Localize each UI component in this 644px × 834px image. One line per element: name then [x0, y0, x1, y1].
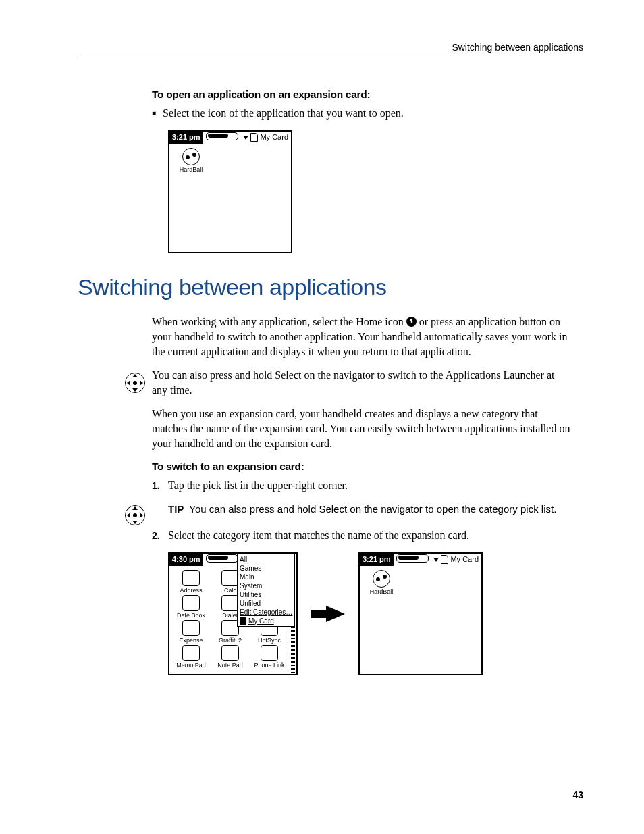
phonelink-icon: [261, 645, 278, 661]
navigator-icon: [125, 373, 145, 397]
section-p3: When you use an expansion card, your han…: [152, 407, 570, 450]
dd-main[interactable]: Main: [240, 573, 292, 581]
dd-unfiled[interactable]: Unfiled: [240, 599, 292, 608]
tip-label: TIP: [168, 503, 184, 515]
device1-category-label: My Card: [260, 132, 288, 142]
hardball-icon: [182, 148, 200, 165]
app-notepad[interactable]: Note Pad: [211, 645, 249, 669]
hardball-icon: [373, 570, 390, 588]
expense-icon: [182, 620, 200, 636]
card-icon: [240, 617, 246, 625]
tip-block: TIPYou can also press and hold Select on…: [168, 502, 570, 516]
dd-utilities[interactable]: Utilities: [240, 590, 292, 599]
navigator-icon: [125, 505, 145, 529]
home-icon: [406, 317, 417, 327]
dd-all[interactable]: All: [240, 555, 292, 564]
device1-category-pick[interactable]: My Card: [243, 132, 291, 142]
app-phonelink[interactable]: Phone Link: [250, 645, 288, 669]
procedure-1-title: To open an application on an expansion c…: [152, 88, 570, 102]
app-hardball[interactable]: HardBall: [172, 148, 210, 173]
section-p1: When working with any application, selec…: [152, 315, 570, 359]
card-slot-icon: [206, 554, 238, 565]
category-dropdown[interactable]: All Games Main System Utilities Unfiled …: [237, 554, 295, 627]
memopad-icon: [182, 645, 200, 661]
card-icon: [250, 133, 258, 142]
device3-time: 3:21 pm: [360, 554, 394, 566]
procedure-1-bullet: Select the icon of the application that …: [152, 106, 570, 121]
running-header: Switching between applications: [452, 42, 583, 53]
card-icon: [441, 555, 448, 564]
app-memopad[interactable]: Memo Pad: [172, 645, 210, 669]
app-expense[interactable]: Expense: [172, 620, 210, 644]
device2-time: 4:30 pm: [169, 554, 203, 566]
notepad-icon: [221, 645, 239, 661]
procedure-2-title: To switch to an expansion card:: [152, 460, 570, 474]
app-address[interactable]: Address: [172, 570, 210, 594]
dd-games[interactable]: Games: [240, 564, 292, 573]
app-hardball[interactable]: HardBall: [363, 570, 400, 595]
dd-system[interactable]: System: [240, 581, 292, 590]
device3-category-pick[interactable]: My Card: [433, 554, 481, 565]
figure-launcher-dropdown: 4:30 pm Address Calc Date Book Dialer Ex…: [168, 552, 298, 675]
section-p2: You can also press and hold Select on th…: [152, 368, 570, 397]
header-rule: [78, 57, 583, 57]
dropdown-icon: [243, 136, 248, 140]
device1-time: 3:21 pm: [169, 132, 203, 144]
section-heading: Switching between applications: [78, 272, 570, 303]
address-icon: [182, 570, 200, 586]
datebook-icon: [182, 595, 200, 611]
app-datebook[interactable]: Date Book: [172, 595, 210, 619]
dropdown-icon: [433, 558, 439, 562]
arrow-right-icon: [311, 606, 345, 622]
card-slot-icon: [396, 554, 429, 565]
tip-text: You can also press and hold Select on th…: [189, 503, 556, 515]
step-1: Tap the pick list in the upper-right cor…: [152, 478, 570, 493]
dd-edit-categories[interactable]: Edit Categories…: [240, 608, 292, 617]
step-2: Select the category item that matches th…: [152, 528, 570, 543]
dd-my-card[interactable]: My Card: [240, 617, 292, 625]
app-hardball-label: HardBall: [363, 589, 400, 595]
page-number: 43: [572, 789, 583, 800]
card-slot-icon: [206, 132, 238, 143]
figure-launcher-card: 3:21 pm My Card HardBall: [168, 130, 292, 253]
app-hardball-label: HardBall: [172, 167, 210, 173]
device3-category-label: My Card: [450, 554, 479, 565]
figure-launcher-card-result: 3:21 pm My Card HardBall: [358, 552, 483, 675]
